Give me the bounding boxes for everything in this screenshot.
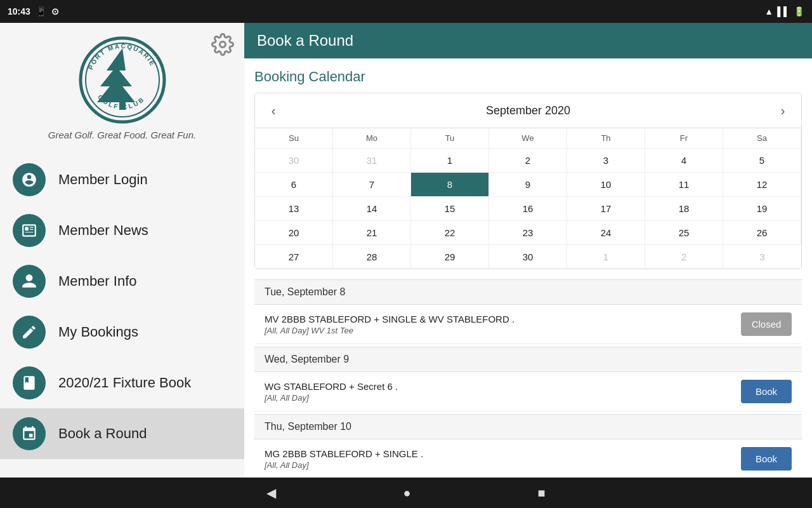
- cal-day-3[interactable]: 3: [567, 148, 645, 172]
- cal-day-23[interactable]: 23: [489, 220, 567, 244]
- event-title-2: MG 2BBB STABLEFORD + SINGLE .: [265, 448, 741, 459]
- cal-day-1[interactable]: 1: [411, 148, 489, 172]
- events-container: Tue, September 8 MV 2BBB STABLEFORD + SI…: [254, 279, 802, 478]
- event-title-1: WG STABLEFORD + Secret 6 .: [265, 381, 741, 392]
- sidebar-item-member-login[interactable]: Member Login: [0, 154, 244, 205]
- event-info-0: MV 2BBB STABLEFORD + SINGLE & WV STABLEF…: [265, 314, 741, 335]
- status-bar: 10:43 📱 ⊙ ▲ ▌▌ 🔋: [0, 0, 812, 23]
- event-item-2: MG 2BBB STABLEFORD + SINGLE . [All, All …: [254, 439, 802, 478]
- day-header-tu: Tu: [411, 128, 489, 148]
- sidebar: PORT MACQUARIE GOLF CLUB Great Golf. Gre…: [0, 23, 244, 478]
- day-header-mo: Mo: [333, 128, 411, 148]
- cal-day-16[interactable]: 16: [489, 196, 567, 220]
- day-header-su: Su: [255, 128, 333, 148]
- notification-icon: ⊙: [51, 6, 59, 17]
- event-item-1: WG STABLEFORD + Secret 6 . [All, All Day…: [254, 372, 802, 411]
- sidebar-item-fixture-book[interactable]: 2020/21 Fixture Book: [0, 358, 244, 408]
- member-login-icon: [13, 163, 46, 196]
- cal-day-4[interactable]: 4: [645, 148, 723, 172]
- club-tagline: Great Golf. Great Food. Great Fun.: [48, 130, 196, 140]
- cal-day-17[interactable]: 17: [567, 196, 645, 220]
- day-header-sa: Sa: [723, 128, 801, 148]
- day-header-we: We: [489, 128, 567, 148]
- sidebar-item-book-a-round[interactable]: Book a Round: [0, 408, 244, 459]
- calendar: ‹ September 2020 › Su Mo Tu We Th Fr Sa …: [254, 93, 802, 269]
- member-news-icon: [13, 214, 46, 247]
- cal-day-30-prev[interactable]: 30: [255, 148, 333, 172]
- next-month-button[interactable]: ›: [772, 100, 794, 121]
- gear-icon[interactable]: [211, 33, 234, 56]
- cal-day-6[interactable]: 6: [255, 172, 333, 196]
- cal-day-5[interactable]: 5: [723, 148, 801, 172]
- cal-day-19[interactable]: 19: [723, 196, 801, 220]
- cal-day-22[interactable]: 22: [411, 220, 489, 244]
- sidebar-item-my-bookings[interactable]: My Bookings: [0, 307, 244, 358]
- fixture-book-icon: [13, 366, 46, 399]
- cal-day-15[interactable]: 15: [411, 196, 489, 220]
- recents-button[interactable]: ■: [538, 486, 546, 500]
- my-bookings-icon: [13, 316, 46, 349]
- booking-calendar-title: Booking Calendar: [254, 69, 802, 85]
- sidebar-item-member-info[interactable]: Member Info: [0, 256, 244, 307]
- cal-day-10[interactable]: 10: [567, 172, 645, 196]
- book-button-1[interactable]: Book: [741, 380, 792, 403]
- event-sub-2: [All, All Day]: [265, 460, 741, 470]
- cal-day-25[interactable]: 25: [645, 220, 723, 244]
- member-login-label: Member Login: [58, 171, 148, 188]
- book-button-2[interactable]: Book: [741, 447, 792, 471]
- main-content: Book a Round Booking Calendar ‹ Septembe…: [244, 23, 812, 478]
- cal-day-30[interactable]: 30: [489, 244, 567, 269]
- sidebar-item-member-news[interactable]: Member News: [0, 205, 244, 256]
- month-label: September 2020: [486, 104, 570, 117]
- cal-day-1-next[interactable]: 1: [567, 244, 645, 269]
- cal-day-14[interactable]: 14: [333, 196, 411, 220]
- cal-day-31-prev[interactable]: 31: [333, 148, 411, 172]
- event-sub-1: [All, All Day]: [265, 393, 741, 403]
- book-a-round-label: Book a Round: [58, 425, 147, 442]
- home-button[interactable]: ●: [403, 486, 410, 500]
- cal-day-21[interactable]: 21: [333, 220, 411, 244]
- svg-point-0: [220, 42, 226, 48]
- cal-day-29[interactable]: 29: [411, 244, 489, 269]
- cal-day-28[interactable]: 28: [333, 244, 411, 269]
- event-item-0: MV 2BBB STABLEFORD + SINGLE & WV STABLEF…: [254, 305, 802, 344]
- cal-day-18[interactable]: 18: [645, 196, 723, 220]
- event-day-tue-sep-8: Tue, September 8: [254, 279, 802, 305]
- back-button[interactable]: ◀: [266, 485, 276, 500]
- event-day-wed-sep-9: Wed, September 9: [254, 347, 802, 372]
- status-bar-left: 10:43 📱 ⊙: [8, 6, 59, 17]
- event-title-0: MV 2BBB STABLEFORD + SINGLE & WV STABLEF…: [265, 314, 741, 324]
- member-news-label: Member News: [58, 222, 148, 239]
- cal-day-24[interactable]: 24: [567, 220, 645, 244]
- fixture-book-label: 2020/21 Fixture Book: [58, 375, 191, 391]
- cal-day-20[interactable]: 20: [255, 220, 333, 244]
- day-header-th: Th: [567, 128, 645, 148]
- cal-day-27[interactable]: 27: [255, 244, 333, 269]
- android-nav-bar: ◀ ● ■: [0, 478, 812, 508]
- closed-button-0[interactable]: Closed: [741, 312, 792, 336]
- cal-day-8[interactable]: 8: [411, 172, 489, 196]
- calendar-grid: Su Mo Tu We Th Fr Sa 30 31 1 2 3 4 5: [255, 128, 801, 269]
- cal-day-2-next[interactable]: 2: [645, 244, 723, 269]
- cal-day-11[interactable]: 11: [645, 172, 723, 196]
- app-body: PORT MACQUARIE GOLF CLUB Great Golf. Gre…: [0, 23, 812, 478]
- event-info-1: WG STABLEFORD + Secret 6 . [All, All Day…: [265, 381, 741, 403]
- cal-day-7[interactable]: 7: [333, 172, 411, 196]
- phone-icon: 📱: [36, 6, 46, 17]
- cal-day-13[interactable]: 13: [255, 196, 333, 220]
- event-sub-0: [All, All Day] WV 1st Tee: [265, 326, 741, 335]
- signal-icon: ▌▌: [777, 6, 790, 17]
- book-a-round-icon: [13, 417, 46, 450]
- cal-day-2[interactable]: 2: [489, 148, 567, 172]
- day-header-fr: Fr: [645, 128, 723, 148]
- prev-month-button[interactable]: ‹: [263, 100, 284, 121]
- cal-day-9[interactable]: 9: [489, 172, 567, 196]
- status-bar-right: ▲ ▌▌ 🔋: [764, 6, 804, 17]
- sidebar-header: PORT MACQUARIE GOLF CLUB Great Golf. Gre…: [0, 23, 244, 154]
- cal-day-26[interactable]: 26: [723, 220, 801, 244]
- cal-day-12[interactable]: 12: [723, 172, 801, 196]
- my-bookings-label: My Bookings: [58, 324, 138, 340]
- content-area: Booking Calendar ‹ September 2020 › Su M…: [244, 58, 812, 478]
- member-info-label: Member Info: [58, 273, 137, 290]
- cal-day-3-next[interactable]: 3: [723, 244, 801, 269]
